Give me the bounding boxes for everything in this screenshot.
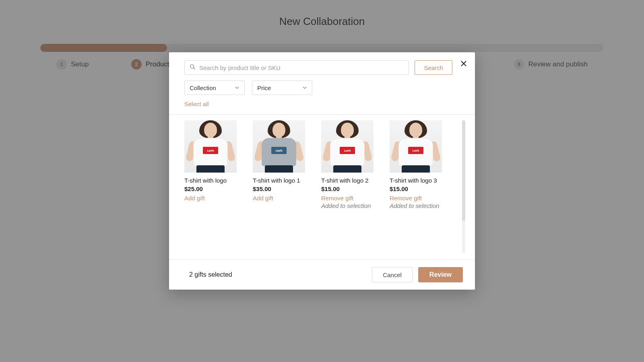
close-button[interactable] (458, 58, 469, 69)
product-card: Levi'sT-shirt with logo 1$35.00Add gift (253, 120, 305, 209)
remove-gift-link[interactable]: Remove gift (321, 195, 374, 202)
product-price: $15.00 (390, 185, 442, 192)
price-filter-label: Price (257, 84, 271, 91)
scrollbar-track[interactable] (462, 120, 465, 253)
product-image[interactable]: Levi's (253, 120, 305, 173)
product-card: Levi'sT-shirt with logo$25.00Add gift (184, 120, 237, 209)
added-status: Added to selection (321, 202, 374, 209)
svg-point-0 (190, 65, 194, 68)
product-price: $25.00 (184, 185, 237, 192)
selection-count: 2 gifts selected (181, 271, 232, 278)
added-status: Added to selection (390, 202, 442, 209)
product-image[interactable]: Levi's (390, 120, 442, 173)
product-card: Levi'sT-shirt with logo 2$15.00Remove gi… (321, 120, 374, 209)
modal-overlay: Search Collection Price Select all Levi'… (0, 0, 644, 362)
cancel-button[interactable]: Cancel (372, 267, 413, 282)
product-name: T-shirt with logo (184, 177, 237, 185)
remove-gift-link[interactable]: Remove gift (390, 195, 442, 202)
review-button[interactable]: Review (418, 267, 463, 282)
product-name: T-shirt with logo 2 (321, 177, 374, 185)
chevron-down-icon (302, 85, 307, 90)
chevron-down-icon (235, 85, 239, 90)
product-image[interactable]: Levi's (321, 120, 374, 173)
product-card: Levi'sT-shirt with logo 3$15.00Remove gi… (390, 120, 442, 209)
search-box[interactable] (184, 60, 409, 75)
select-all-link[interactable]: Select all (184, 101, 209, 107)
product-image[interactable]: Levi's (184, 120, 237, 173)
product-name: T-shirt with logo 1 (253, 177, 305, 185)
product-price: $35.00 (253, 185, 305, 192)
collection-filter[interactable]: Collection (184, 80, 245, 95)
search-input[interactable] (199, 64, 404, 71)
add-gift-link[interactable]: Add gift (184, 195, 237, 202)
product-price: $15.00 (321, 185, 374, 192)
search-button[interactable]: Search (415, 60, 452, 75)
collection-filter-label: Collection (190, 84, 216, 91)
price-filter[interactable]: Price (252, 80, 312, 95)
product-picker-modal: Search Collection Price Select all Levi'… (169, 52, 475, 290)
scrollbar-thumb[interactable] (462, 120, 465, 221)
close-icon (460, 60, 467, 67)
search-icon (190, 64, 195, 71)
product-name: T-shirt with logo 3 (390, 177, 442, 185)
add-gift-link[interactable]: Add gift (253, 195, 305, 202)
